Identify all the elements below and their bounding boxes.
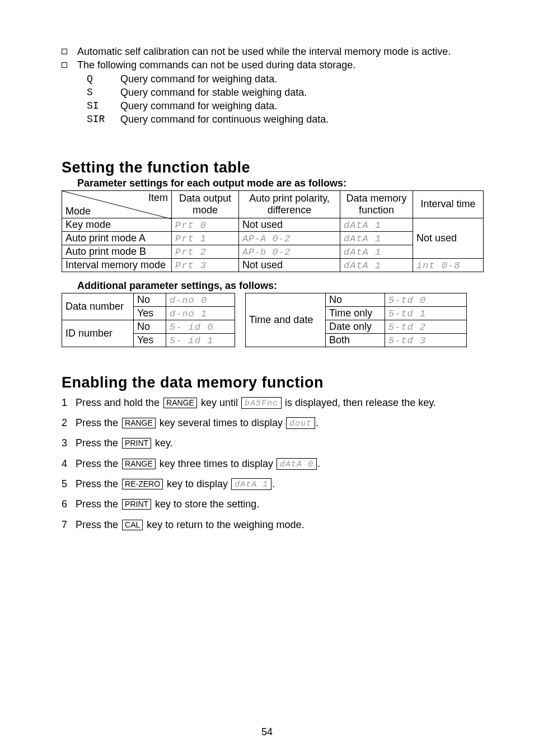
cell: AP-A 0-2 <box>239 231 340 245</box>
cell: d-no 0 <box>166 293 235 306</box>
cell: 5-td 0 <box>385 293 467 306</box>
table-row: Key mode Prt 0 Not used dAtA 1 Not used <box>62 218 484 231</box>
cmd-text: Query command for weighing data. <box>120 99 277 113</box>
diag-item-label: Item <box>148 192 168 204</box>
lcd-basfnc: bA5Fnc <box>241 397 282 409</box>
bullet-icon <box>62 62 67 68</box>
cmd-text: Query command for weighing data. <box>120 72 277 86</box>
key-range: RANGE <box>122 459 156 469</box>
col-header: Data output mode <box>172 190 239 218</box>
step-num: 2 <box>62 416 76 430</box>
table-row: ID number No 5- id 0 <box>62 320 235 333</box>
sub-row: SI Query command for weighing data. <box>87 99 484 113</box>
sub-row: Q Query command for weighing data. <box>87 72 484 86</box>
col-header: Interval time <box>413 190 484 218</box>
step-num: 6 <box>62 497 76 511</box>
step-6: 6 Press the PRINT key to store the setti… <box>62 497 484 511</box>
table-row: Time and date No 5-td 0 <box>246 293 467 306</box>
step-num: 5 <box>62 477 76 491</box>
cell: d-no 1 <box>166 306 235 320</box>
cell: 5-td 1 <box>385 306 467 320</box>
table1-caption: Parameter settings for each output mode … <box>77 178 484 189</box>
col-header: Auto print polarity, difference <box>239 190 340 218</box>
table2-caption: Additional parameter settings, as follow… <box>77 280 484 292</box>
cmd-code: SIR <box>87 113 120 126</box>
cell-not-used: Not used <box>413 218 484 258</box>
diag-mode-label: Mode <box>65 206 91 217</box>
step-1: 1 Press and hold the RANGE key until bA5… <box>62 396 484 409</box>
step-text: Press the PRINT key to store the setting… <box>76 497 259 511</box>
row-label: Auto print mode B <box>62 245 172 258</box>
key-rezero: RE-ZERO <box>122 479 163 489</box>
additional-table-left: Data number No d-no 0 Yes d-no 1 ID numb… <box>62 293 235 347</box>
table-diag-header: Item Mode <box>62 190 172 218</box>
cell: Time only <box>326 306 385 320</box>
row-label: ID number <box>62 320 134 347</box>
cell: 5-td 2 <box>385 320 467 333</box>
row-label: Data number <box>62 293 134 320</box>
key-print: PRINT <box>122 499 151 510</box>
step-num: 3 <box>62 436 76 450</box>
step-5: 5 Press the RE-ZERO key to display dAtA … <box>62 477 484 491</box>
cmd-text: Query command for continuous weighing da… <box>120 113 329 126</box>
cell: Yes <box>134 333 166 347</box>
row-label: Interval memory mode <box>62 258 172 272</box>
command-sublist: Q Query command for weighing data. S Que… <box>87 72 484 127</box>
cell: Prt 1 <box>172 231 239 245</box>
cell: Date only <box>326 320 385 333</box>
bullet-1-text: Automatic self calibration can not be us… <box>77 45 451 58</box>
row-label: Auto print mode A <box>62 231 172 245</box>
step-text: Press the CAL key to return to the weigh… <box>76 518 304 531</box>
bullet-2-text: The following commands can not be used d… <box>77 58 355 72</box>
page-number: 54 <box>0 726 534 738</box>
step-num: 7 <box>62 518 76 531</box>
cell: 5- id 0 <box>166 320 235 333</box>
cell: No <box>134 293 166 306</box>
step-text: Press the RE-ZERO key to display dAtA 1. <box>76 477 275 491</box>
step-text: Press the RANGE key three times to displ… <box>76 457 320 470</box>
key-range: RANGE <box>163 398 197 408</box>
cell: dAtA 1 <box>340 258 413 272</box>
step-7: 7 Press the CAL key to return to the wei… <box>62 518 484 531</box>
cmd-code: Q <box>87 72 120 86</box>
cmd-text: Query command for stable weighing data. <box>120 86 307 99</box>
cell: Prt 0 <box>172 218 239 231</box>
cell: Prt 2 <box>172 245 239 258</box>
additional-table-right: Time and date No 5-td 0 Time only 5-td 1… <box>245 293 467 347</box>
step-text: Press the PRINT key. <box>76 436 173 450</box>
lcd-data1: dAtA 1 <box>231 478 271 490</box>
bullet-1: Automatic self calibration can not be us… <box>62 45 484 58</box>
cell: dAtA 1 <box>340 231 413 245</box>
cell: No <box>326 293 385 306</box>
key-range: RANGE <box>122 418 156 428</box>
cmd-code: SI <box>87 99 120 113</box>
col-header: Data memory function <box>340 190 413 218</box>
step-4: 4 Press the RANGE key three times to dis… <box>62 457 484 470</box>
cell: dAtA 1 <box>340 218 413 231</box>
table-row: Data number No d-no 0 <box>62 293 235 306</box>
bullet-2: The following commands can not be used d… <box>62 58 484 72</box>
cell: Not used <box>239 218 340 231</box>
cell: 5-td 3 <box>385 333 467 347</box>
step-text: Press the RANGE key several times to dis… <box>76 416 318 430</box>
sub-row: SIR Query command for continuous weighin… <box>87 113 484 126</box>
step-3: 3 Press the PRINT key. <box>62 436 484 450</box>
cell: Not used <box>239 258 340 272</box>
table-row: Interval memory mode Prt 3 Not used dAtA… <box>62 258 484 272</box>
parameter-table: Item Mode Data output mode Auto print po… <box>62 190 484 272</box>
cell: Prt 3 <box>172 258 239 272</box>
step-2: 2 Press the RANGE key several times to d… <box>62 416 484 430</box>
step-num: 4 <box>62 457 76 470</box>
key-cal: CAL <box>122 520 143 530</box>
cell: No <box>134 320 166 333</box>
row-label: Key mode <box>62 218 172 231</box>
lcd-data0: dAtA 0 <box>277 458 317 470</box>
intro-bullets: Automatic self calibration can not be us… <box>62 45 484 72</box>
bullet-icon <box>62 49 67 54</box>
steps-list: 1 Press and hold the RANGE key until bA5… <box>62 396 484 531</box>
cmd-code: S <box>87 86 120 99</box>
step-text: Press and hold the RANGE key until bA5Fn… <box>76 396 436 409</box>
lcd-dout: dout <box>286 417 315 429</box>
step-num: 1 <box>62 396 76 409</box>
sub-row: S Query command for stable weighing data… <box>87 86 484 99</box>
